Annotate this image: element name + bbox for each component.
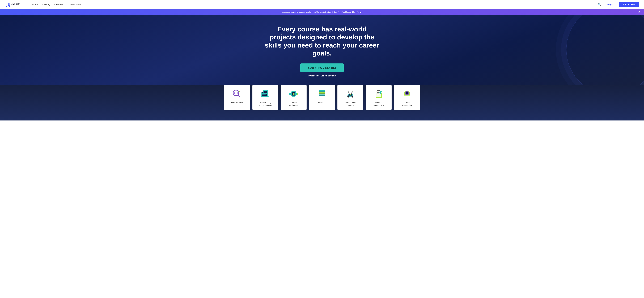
cloud-icon	[402, 89, 412, 99]
ai-label: ArtificialIntelligence	[289, 101, 298, 107]
svg-line-5	[238, 95, 240, 97]
svg-rect-75	[407, 94, 408, 94]
svg-point-44	[349, 94, 352, 96]
svg-rect-36	[319, 92, 325, 93]
data-science-icon	[232, 89, 242, 99]
ai-icon	[288, 89, 299, 99]
banner-suffix: .	[361, 11, 362, 13]
svg-rect-74	[406, 94, 407, 94]
svg-rect-50	[376, 92, 379, 93]
nav-catalog[interactable]: Catalog	[42, 3, 50, 6]
hero-title: Every course has real-world projects des…	[264, 25, 380, 57]
login-button[interactable]: Log In	[603, 2, 617, 7]
svg-rect-38	[319, 94, 325, 95]
svg-rect-53	[376, 95, 378, 95]
svg-rect-67	[407, 95, 408, 95]
logo-area[interactable]: UDACITY Part of Accenture	[5, 2, 26, 7]
svg-rect-66	[406, 95, 407, 95]
banner-text: Access everything Udacity has to offer. …	[8, 11, 636, 13]
svg-rect-51	[376, 93, 379, 93]
svg-point-32	[297, 94, 298, 95]
join-button[interactable]: Join for Free	[619, 2, 639, 7]
programming-label: Programming& Development	[259, 101, 272, 107]
cloud-label: CloudComputing	[402, 101, 412, 107]
category-programming[interactable]: </> Programming& Development	[252, 85, 278, 110]
svg-rect-71	[408, 93, 409, 94]
svg-rect-52	[376, 94, 380, 94]
svg-rect-17	[262, 93, 265, 94]
banner-message: Access everything Udacity has to offer. …	[282, 11, 352, 13]
programming-icon: </>	[260, 89, 270, 99]
svg-rect-8	[237, 92, 238, 94]
svg-rect-72	[406, 93, 407, 93]
svg-rect-57	[377, 90, 380, 91]
svg-rect-18	[262, 94, 264, 94]
nav-government[interactable]: Government	[69, 3, 81, 6]
nav-business[interactable]: Business ▼	[54, 3, 65, 6]
svg-rect-65	[407, 91, 408, 92]
navbar: UDACITY Part of Accenture Learn ▼ Catalo…	[0, 0, 644, 9]
svg-rect-40	[319, 93, 325, 94]
data-science-label: Data Science	[231, 101, 243, 104]
svg-rect-20	[261, 96, 268, 97]
svg-rect-39	[319, 91, 325, 91]
svg-point-46	[352, 96, 353, 97]
svg-text:</>: </>	[264, 91, 266, 93]
category-cloud[interactable]: CloudComputing	[394, 85, 420, 110]
hero-subtext: Try risk-free. Cancel anytime.	[308, 75, 336, 77]
trial-button[interactable]: Start a Free 7-Day Trial	[300, 63, 344, 72]
nav-actions: 🔍 Log In Join for Free	[598, 2, 639, 7]
svg-point-29	[290, 93, 290, 94]
banner-close-button[interactable]: ✕	[638, 10, 640, 13]
svg-rect-64	[406, 91, 407, 92]
svg-rect-19	[262, 94, 266, 95]
svg-text:UDACITY: UDACITY	[11, 3, 20, 5]
category-product[interactable]: ✓ ✓ ProductManagement	[366, 85, 392, 110]
categories-section: Data Science </> Programming& Developmen…	[0, 85, 644, 120]
product-label: ProductManagement	[373, 101, 384, 107]
nav-learn[interactable]: Learn ▼	[31, 3, 38, 6]
search-icon: 🔍	[598, 3, 601, 6]
svg-point-45	[347, 96, 349, 97]
autonomous-icon	[345, 89, 356, 99]
business-chevron-icon: ▼	[64, 4, 65, 5]
svg-text:Part of Accenture: Part of Accenture	[11, 5, 18, 6]
svg-point-31	[297, 93, 298, 94]
category-data-science[interactable]: Data Science	[224, 85, 250, 110]
svg-rect-70	[408, 92, 409, 93]
svg-rect-7	[236, 92, 236, 94]
svg-point-47	[350, 94, 351, 95]
svg-rect-34	[319, 90, 325, 91]
svg-rect-24	[293, 93, 294, 95]
svg-rect-41	[319, 95, 325, 96]
svg-rect-9	[238, 91, 240, 92]
svg-rect-69	[405, 93, 406, 94]
business-label: Business	[318, 101, 326, 104]
svg-rect-68	[405, 92, 406, 93]
svg-rect-0	[6, 2, 6, 6]
category-ai[interactable]: ArtificialIntelligence	[281, 85, 306, 110]
business-icon	[317, 89, 327, 99]
nav-links: Learn ▼ Catalog Business ▼ Government	[31, 3, 598, 6]
category-autonomous[interactable]: AutonomousSystems	[338, 85, 363, 110]
svg-rect-11	[238, 94, 240, 94]
banner-link[interactable]: Start Now	[352, 11, 361, 13]
svg-rect-10	[238, 93, 240, 93]
category-business[interactable]: Business	[309, 85, 335, 110]
search-button[interactable]: 🔍	[598, 3, 601, 6]
autonomous-label: AutonomousSystems	[345, 101, 356, 107]
udacity-logo: UDACITY Part of Accenture	[5, 2, 26, 7]
hero-section: Every course has real-world projects des…	[0, 15, 644, 85]
learn-chevron-icon: ▼	[37, 4, 38, 5]
promo-banner: Access everything Udacity has to offer. …	[0, 9, 644, 15]
svg-rect-73	[407, 93, 408, 93]
svg-rect-6	[234, 92, 235, 94]
svg-rect-1	[9, 2, 10, 6]
svg-point-30	[290, 94, 290, 95]
product-icon: ✓ ✓	[374, 89, 384, 99]
